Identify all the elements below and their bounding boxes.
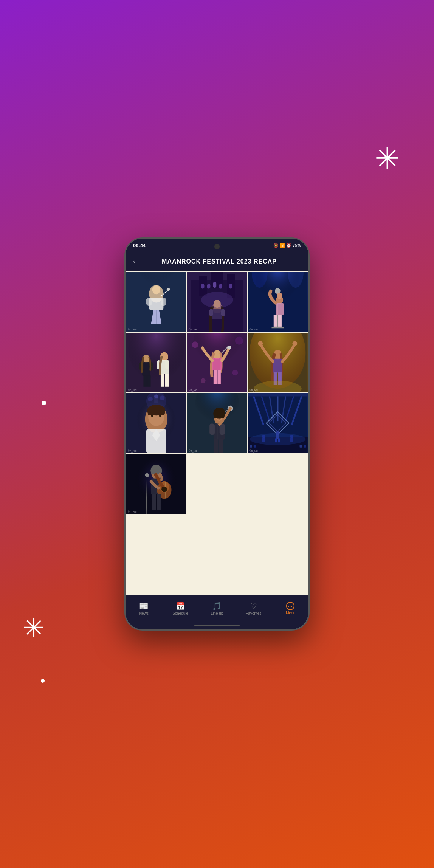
home-indicator: [126, 622, 308, 629]
status-wifi-icon: 📶: [280, 243, 285, 248]
status-clock-icon: ⏰: [286, 243, 291, 248]
svg-rect-44: [147, 375, 150, 387]
svg-rect-135: [157, 494, 161, 510]
nav-lineup[interactable]: 🎵 Line up: [199, 595, 236, 622]
svg-point-76: [160, 396, 165, 401]
svg-point-24: [201, 292, 233, 308]
svg-rect-118: [250, 445, 252, 448]
svg-point-3: [152, 285, 160, 294]
svg-point-83: [159, 415, 161, 417]
svg-point-117: [250, 433, 306, 445]
nav-news-label: News: [139, 611, 149, 615]
watermark-3: ©h_Nel: [249, 328, 258, 331]
svg-rect-21: [212, 309, 222, 319]
svg-rect-23: [221, 309, 225, 316]
photo-4[interactable]: ©h_Nel: [126, 333, 186, 393]
photo-3[interactable]: ©h_Nel: [248, 272, 308, 332]
more-icon: ···: [286, 602, 294, 610]
svg-point-67: [258, 341, 263, 346]
nav-meer[interactable]: ··· Meer: [272, 595, 308, 622]
music-icon: 🎵: [212, 601, 222, 611]
svg-rect-34: [278, 315, 282, 327]
svg-rect-66: [273, 358, 282, 372]
svg-rect-50: [165, 374, 169, 387]
status-time: 09:44: [133, 243, 146, 248]
svg-rect-15: [207, 284, 210, 289]
decoration-dot-bottom: [41, 679, 45, 683]
svg-rect-16: [213, 282, 216, 288]
svg-rect-54: [212, 358, 222, 370]
svg-rect-48: [165, 360, 169, 369]
svg-point-31: [277, 293, 283, 299]
svg-rect-119: [254, 445, 256, 448]
svg-point-82: [151, 415, 153, 417]
svg-rect-17: [219, 284, 222, 289]
heart-icon: ♡: [250, 601, 257, 611]
screen: ← MAANROCK FESTIVAL 2023 RECAP: [126, 252, 308, 629]
svg-rect-134: [152, 494, 156, 510]
photo-9[interactable]: ©h_Nel: [248, 393, 308, 453]
photo-6[interactable]: ©h_Nel: [248, 333, 308, 393]
photo-2[interactable]: ©h_Nel: [187, 272, 247, 332]
grid-spacer: [187, 454, 308, 511]
nav-schedule[interactable]: 📅 Schedule: [162, 595, 199, 622]
app-header: ← MAANROCK FESTIVAL 2023 RECAP: [126, 252, 308, 271]
nav-lineup-label: Line up: [211, 611, 223, 615]
svg-point-68: [293, 341, 298, 346]
calendar-icon: 📅: [176, 601, 185, 611]
phone-frame: 09:44 🔕 📶 ⏰ 75% ← MAANROCK FESTIVAL 2023…: [124, 237, 310, 631]
watermark-2: ©h_Nel: [189, 328, 197, 331]
status-battery: 75%: [293, 243, 301, 248]
nav-schedule-label: Schedule: [172, 611, 188, 615]
decoration-star-left: ✳: [23, 615, 45, 641]
nav-favorites[interactable]: ♡ Favorites: [235, 595, 272, 622]
svg-point-60: [235, 336, 243, 344]
back-button[interactable]: ←: [132, 257, 140, 267]
svg-rect-98: [248, 393, 308, 396]
status-mute-icon: 🔕: [273, 243, 279, 248]
svg-rect-49: [161, 374, 164, 387]
decoration-dot-mid: [42, 401, 46, 405]
svg-rect-121: [304, 445, 306, 448]
svg-rect-43: [143, 375, 146, 387]
svg-rect-22: [209, 309, 213, 316]
photo-1[interactable]: ©h_Nel: [126, 272, 186, 332]
camera-notch: [214, 244, 220, 249]
newspaper-icon: 📰: [139, 601, 149, 611]
svg-rect-6: [161, 298, 166, 306]
svg-point-137: [145, 473, 149, 477]
decoration-star-right: ✳: [375, 144, 400, 174]
photo-grid: ©h_Nel: [126, 271, 308, 595]
photo-5[interactable]: ©h_Nel: [187, 333, 247, 393]
svg-rect-40: [142, 362, 150, 376]
photo-7[interactable]: ©h_Nel: [126, 393, 186, 453]
svg-point-62: [232, 370, 238, 375]
svg-rect-56: [217, 370, 220, 384]
nav-news[interactable]: 📰 News: [126, 595, 162, 622]
svg-rect-18: [229, 284, 232, 289]
bottom-nav: 📰 News 📅 Schedule 🎵 Line up ♡ Favorites …: [126, 595, 308, 622]
watermark-5: ©h_Nel: [189, 389, 197, 391]
photo-10[interactable]: ©h_Nel: [126, 454, 186, 514]
watermark-1: ©h_Nel: [128, 328, 136, 331]
svg-point-59: [192, 341, 198, 348]
svg-point-8: [167, 288, 170, 291]
photo-8[interactable]: ©h_Nel: [187, 393, 247, 453]
watermark-7: ©h_Nel: [128, 450, 136, 452]
svg-point-77: [154, 395, 158, 399]
watermark-6: ©h_Nel: [249, 389, 258, 391]
nav-meer-label: Meer: [286, 611, 294, 615]
svg-rect-5: [146, 298, 152, 306]
svg-rect-120: [300, 445, 302, 448]
watermark-10: ©h_Nel: [128, 510, 136, 513]
svg-point-61: [201, 378, 206, 383]
svg-rect-14: [201, 284, 204, 289]
svg-point-57: [227, 346, 231, 350]
svg-rect-55: [213, 370, 216, 384]
home-bar: [194, 625, 240, 626]
svg-rect-92: [209, 424, 215, 435]
page-title: MAANROCK FESTIVAL 2023 RECAP: [144, 258, 295, 265]
svg-rect-95: [214, 439, 219, 453]
svg-point-133: [161, 487, 167, 492]
svg-rect-33: [274, 315, 277, 327]
